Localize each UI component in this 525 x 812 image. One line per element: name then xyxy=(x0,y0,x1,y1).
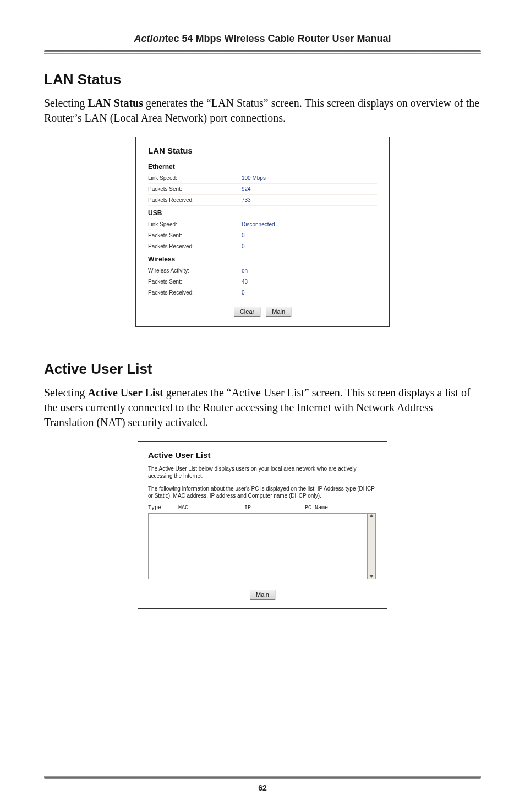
user-list-box[interactable] xyxy=(148,513,367,579)
row-usb-linkspeed: Link Speed:Disconnected xyxy=(148,219,377,230)
brand-italic: Action xyxy=(134,33,165,44)
col-ip: IP xyxy=(244,505,305,511)
screenshot-lan-status: LAN Status Ethernet Link Speed:100 Mbps … xyxy=(135,137,390,327)
col-mac: MAC xyxy=(178,505,244,511)
row-usb-recv: Packets Received:0 xyxy=(148,241,377,252)
scroll-up-icon[interactable] xyxy=(369,514,374,517)
section-divider xyxy=(44,344,481,344)
row-usb-sent: Packets Sent:0 xyxy=(148,230,377,241)
row-wl-recv: Packets Received:0 xyxy=(148,287,377,298)
row-eth-sent: Packets Sent:924 xyxy=(148,184,377,195)
clear-button[interactable]: Clear xyxy=(234,307,260,317)
shot2-desc-2: The following information about the user… xyxy=(148,485,377,499)
section1-paragraph: Selecting LAN Status generates the “LAN … xyxy=(44,96,481,126)
section-heading-active-user-list: Active User List xyxy=(44,361,481,378)
screenshot-active-user-list: Active User List The Active User List be… xyxy=(138,441,387,609)
shot2-title: Active User List xyxy=(148,450,377,460)
header-rule xyxy=(44,50,481,55)
shot1-button-row: Clear Main xyxy=(148,306,377,317)
row-wl-sent: Packets Sent:43 xyxy=(148,276,377,287)
page-number: 62 xyxy=(0,783,525,792)
brand-rest: tec 54 Mbps Wireless Cable Router User M… xyxy=(165,33,391,44)
section-heading-lan-status: LAN Status xyxy=(44,71,481,88)
main-button[interactable]: Main xyxy=(250,590,275,600)
group-usb-label: USB xyxy=(148,209,377,217)
section2-paragraph: Selecting Active User List generates the… xyxy=(44,385,481,430)
shot1-title: LAN Status xyxy=(148,146,377,155)
shot2-list-area xyxy=(148,513,377,579)
shot2-button-row: Main xyxy=(148,589,377,600)
shot2-column-headers: Type MAC IP PC Name xyxy=(148,505,377,511)
group-wireless-label: Wireless xyxy=(148,255,377,263)
footer-rule xyxy=(44,775,481,779)
running-head: Actiontec 54 Mbps Wireless Cable Router … xyxy=(44,33,481,45)
col-pcname: PC Name xyxy=(305,505,367,511)
row-wl-activity: Wireless Activity:on xyxy=(148,265,377,276)
shot2-desc-1: The Active User List below displays user… xyxy=(148,465,377,479)
scroll-down-icon[interactable] xyxy=(369,575,374,578)
row-eth-linkspeed: Link Speed:100 Mbps xyxy=(148,173,377,184)
scrollbar[interactable] xyxy=(367,513,376,579)
group-ethernet-label: Ethernet xyxy=(148,163,377,171)
main-button[interactable]: Main xyxy=(266,307,291,317)
col-type: Type xyxy=(148,505,178,511)
row-eth-recv: Packets Received:733 xyxy=(148,195,377,206)
